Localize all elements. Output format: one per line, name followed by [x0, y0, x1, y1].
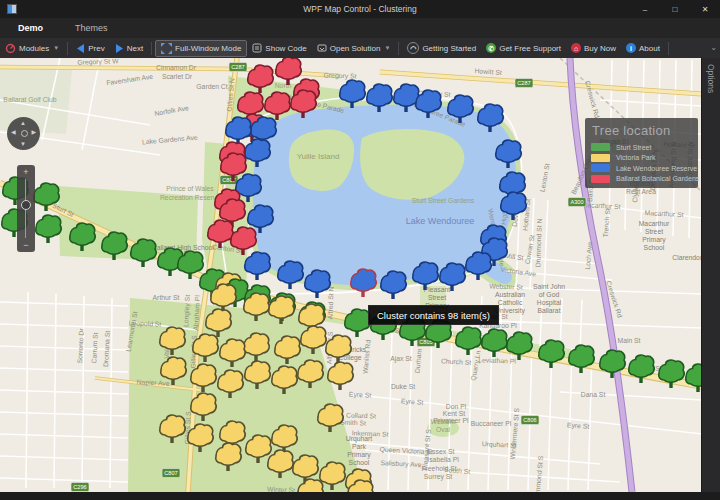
map-label: Clarendon: [672, 254, 702, 261]
menu-demo[interactable]: Demo: [18, 23, 43, 33]
map-label: Duke St: [391, 383, 415, 390]
prev-button[interactable]: Prev: [71, 41, 109, 56]
map-label: Scarlet Dr: [162, 73, 193, 80]
road-shield-badge: C807: [162, 469, 180, 478]
support-icon: ✆: [486, 43, 496, 53]
map-label: Leviathan Pl: [478, 356, 516, 364]
about-button[interactable]: i About: [621, 41, 665, 56]
open-solution-icon: [317, 43, 327, 53]
map-label: Macarthur: [639, 220, 670, 227]
pan-up-icon[interactable]: ▲: [20, 120, 26, 126]
map-label: Pleasant: [424, 286, 451, 293]
pan-center-dot[interactable]: [21, 130, 28, 137]
modules-button[interactable]: Modules▼: [0, 41, 64, 56]
getting-started-icon: ◠: [407, 42, 419, 54]
map-label: Primary: [642, 236, 666, 244]
pan-right-icon[interactable]: ▶: [31, 129, 36, 135]
next-button[interactable]: Next: [110, 41, 148, 56]
map-label: Catholic: [498, 299, 523, 306]
map-label: Main St: [617, 337, 640, 344]
map-label: Street: [645, 228, 663, 235]
map-label: Yuille Island: [297, 152, 340, 161]
next-icon: [115, 44, 124, 53]
info-icon: i: [626, 43, 636, 53]
svg-text:C287: C287: [517, 80, 530, 86]
map-label: Recreation Reserve: [160, 194, 220, 201]
open-solution-button[interactable]: Open Solution▼: [312, 41, 396, 56]
map-label: Smith St: [340, 419, 366, 427]
map-label: School: [349, 459, 370, 466]
get-free-support-button[interactable]: ✆ Get Free Support: [481, 41, 566, 56]
map-label: Buccaneer Pl: [471, 420, 512, 427]
road-shield-badge: C287: [515, 79, 533, 88]
legend-swatch-ballarat-botanical-gardens: [591, 175, 610, 183]
legend-swatch-victoria-park: [591, 154, 610, 162]
svg-text:C806: C806: [523, 417, 536, 423]
map-label: Prince of Wales: [166, 185, 214, 192]
zoom-in-button[interactable]: +: [17, 167, 35, 177]
map-label: Australian: [495, 291, 525, 298]
road-shield-badge: C806: [521, 416, 539, 425]
pan-left-icon[interactable]: ◀: [11, 129, 16, 135]
legend-item: Lake Wendouree Reserve: [591, 163, 692, 174]
map-label: Urquhart: [346, 435, 373, 443]
map-label: Ballarat High School: [152, 244, 214, 252]
toolbar-separator: [151, 42, 152, 55]
zoom-thumb[interactable]: [21, 200, 31, 210]
road-shield-badge: C287: [229, 63, 247, 72]
map-label: Surrey St: [424, 473, 452, 481]
legend-swatch-sturt-street: [591, 143, 610, 151]
pan-down-icon[interactable]: ▼: [20, 141, 26, 147]
map-label: Kent St: [443, 410, 465, 417]
svg-text:C807: C807: [164, 470, 177, 476]
show-code-button[interactable]: Show Code: [247, 41, 311, 56]
map-label: Arthur St: [153, 294, 180, 301]
map-label: Hospital: [537, 299, 562, 307]
legend-item: Ballarat Botanical Gardens: [591, 174, 692, 185]
menu-themes[interactable]: Themes: [75, 23, 108, 33]
chevron-down-icon: ▼: [384, 45, 390, 51]
map-label: Webster St: [489, 282, 523, 290]
road-shield-badge: C807: [220, 176, 238, 185]
map-label: of God: [539, 291, 560, 298]
buy-now-button[interactable]: ⌂ Buy Now: [566, 41, 621, 56]
legend-title: Tree location: [592, 123, 692, 138]
pan-compass-control[interactable]: ▲ ▼ ◀ ▶: [7, 117, 40, 150]
options-panel-strip[interactable]: Options: [701, 58, 720, 492]
chevron-down-icon: ▼: [53, 45, 59, 51]
options-panel-label[interactable]: Options: [706, 64, 716, 93]
map-label: Alfred St N: [326, 286, 334, 319]
map-label: Lake Wendouree: [406, 216, 474, 226]
maximize-button[interactable]: □: [660, 0, 690, 18]
toolbar-separator: [398, 42, 399, 55]
svg-text:A300: A300: [570, 199, 583, 205]
map-label: Ajax St: [390, 355, 412, 363]
map-label: Sturt Street Gardens: [412, 197, 475, 204]
map-label: School: [644, 244, 665, 251]
road-shield-badge: A300: [568, 198, 586, 207]
getting-started-button[interactable]: ◠ Getting Started: [402, 41, 481, 56]
svg-text:C287: C287: [231, 64, 244, 70]
map-label: Garden Ct: [196, 83, 227, 90]
legend-swatch-lake-wendouree-reserve: [591, 164, 610, 172]
full-window-icon: [161, 43, 172, 54]
svg-text:C296: C296: [73, 484, 86, 490]
window-bottom-edge: [0, 492, 720, 500]
map-label: Street: [428, 294, 446, 301]
toolbar-separator: [67, 42, 68, 55]
minimize-button[interactable]: –: [630, 0, 660, 18]
close-button[interactable]: ✕: [690, 0, 720, 18]
show-code-icon: [252, 43, 262, 53]
map-label: Don Pl: [446, 403, 467, 410]
full-window-mode-button[interactable]: Full-Window Mode: [155, 40, 247, 57]
map-label: Isabella Pl: [427, 456, 459, 463]
zoom-out-button[interactable]: −: [17, 240, 35, 250]
zoom-slider[interactable]: + −: [17, 165, 35, 252]
map-canvas[interactable]: Ballarat Golf ClubGregory St WCinnamon D…: [0, 58, 702, 492]
toolbar-separator: [668, 42, 669, 55]
map-label: Cinnamon Dr: [156, 64, 197, 71]
map-label: Saint John: [533, 283, 565, 290]
toolbar-overflow-chevron-icon[interactable]: ⌄: [710, 43, 717, 52]
cart-icon: ⌂: [571, 43, 581, 53]
prev-icon: [76, 44, 85, 53]
